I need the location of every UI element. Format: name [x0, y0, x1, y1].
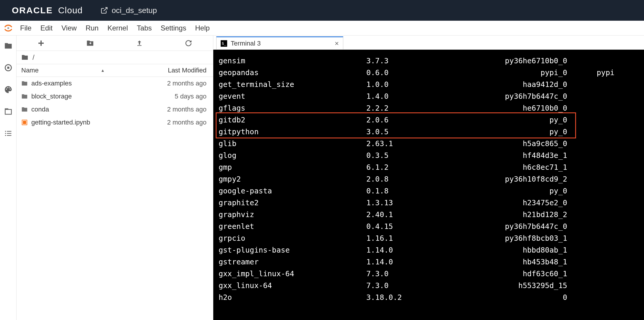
package-channel	[567, 90, 614, 102]
package-build: py_0	[428, 126, 567, 138]
package-channel	[567, 79, 614, 90]
running-icon[interactable]	[4, 63, 13, 72]
package-channel	[567, 114, 614, 126]
menu-kernel[interactable]: Kernel	[108, 24, 128, 32]
package-version: 6.1.2	[366, 161, 428, 173]
terminal-line: grpcio1.16.1py36hf8bcb03_1	[219, 232, 639, 244]
terminal-line: geopandas0.6.0pypi_0pypi	[219, 67, 639, 79]
file-modified: 2 months ago	[139, 106, 213, 113]
package-version: 1.16.1	[366, 232, 428, 244]
menu-run[interactable]: Run	[86, 24, 99, 32]
column-name-label: Name	[21, 67, 39, 74]
package-channel	[567, 292, 614, 303]
package-build: h5a9c865_0	[428, 138, 567, 150]
file-name: conda	[28, 106, 139, 113]
project-name: oci_ds_setup	[112, 6, 157, 15]
package-channel	[567, 256, 614, 268]
file-rows: ads-examples2 months agoblock_storage5 d…	[17, 77, 213, 129]
tab-bar: $_ Terminal 3 ×	[213, 35, 644, 50]
file-row[interactable]: block_storage5 days ago	[17, 90, 213, 103]
menu-edit[interactable]: Edit	[40, 24, 53, 32]
package-build: py36he6710b0_0	[428, 55, 567, 67]
package-version: 2.0.6	[366, 114, 428, 126]
new-launcher-button[interactable]	[37, 39, 45, 48]
package-build: py36hf8bcb03_1	[428, 232, 567, 244]
package-channel	[567, 244, 614, 256]
menu-help[interactable]: Help	[195, 24, 209, 32]
package-version: 3.0.5	[366, 126, 428, 138]
file-name: block_storage	[28, 93, 139, 100]
terminal-line: gevent1.4.0py36h7b6447c_0	[219, 90, 639, 102]
package-build: pypi_0	[428, 67, 567, 79]
package-name: grpcio	[219, 232, 366, 244]
package-build: py36h10f8cd9_2	[428, 173, 567, 185]
refresh-button[interactable]	[184, 39, 193, 48]
terminal-line: gmp6.1.2h6c8ec71_1	[219, 161, 639, 173]
package-name: gitpython	[219, 126, 366, 138]
package-version: 1.14.0	[366, 256, 428, 268]
package-version: 1.4.0	[366, 90, 428, 102]
project-link[interactable]: oci_ds_setup	[100, 6, 157, 15]
terminal-line: gxx_impl_linux-647.3.0hdf63c60_1	[219, 268, 639, 280]
activity-bar	[0, 35, 17, 320]
file-row[interactable]: ads-examples2 months ago	[17, 77, 213, 90]
breadcrumb-root: /	[32, 53, 35, 62]
package-build: h23475e2_0	[428, 197, 567, 209]
breadcrumb[interactable]: /	[17, 51, 213, 64]
menu-tabs[interactable]: Tabs	[137, 24, 152, 32]
package-name: gmp	[219, 161, 366, 173]
terminal-line: glog0.3.5hf484d3e_1	[219, 150, 639, 161]
svg-point-7	[5, 133, 6, 134]
jupyter-menubar: FileEditViewRunKernelTabsSettingsHelp	[0, 21, 644, 35]
package-version: 0.1.8	[366, 185, 428, 197]
svg-rect-10	[7, 135, 11, 136]
file-row[interactable]: conda2 months ago	[17, 103, 213, 116]
work-area: $_ Terminal 3 × gensim3.7.3py36he6710b0_…	[213, 35, 644, 320]
tabs-icon[interactable]	[4, 107, 13, 116]
package-build: he6710b0_0	[428, 102, 567, 114]
package-channel	[567, 197, 614, 209]
package-version: 0.4.15	[366, 221, 428, 232]
package-channel	[567, 209, 614, 221]
menu-settings[interactable]: Settings	[161, 24, 186, 32]
package-name: gmpy2	[219, 173, 366, 185]
package-channel	[567, 102, 614, 114]
package-version: 3.7.3	[366, 55, 428, 67]
folder-icon	[17, 93, 28, 100]
palette-icon[interactable]	[4, 85, 13, 94]
package-channel	[567, 161, 614, 173]
package-build: hdf63c60_1	[428, 268, 567, 280]
svg-rect-15	[137, 45, 142, 46]
cloud-header: ORACLE Cloud oci_ds_setup	[0, 0, 644, 21]
file-modified: 5 days ago	[139, 93, 213, 100]
file-row[interactable]: getting-started.ipynb2 months ago	[17, 116, 213, 129]
file-name: ads-examples	[28, 80, 139, 87]
file-modified: 2 months ago	[139, 80, 213, 87]
package-name: gxx_linux-64	[219, 280, 366, 292]
list-icon[interactable]	[4, 129, 13, 138]
jupyter-logo[interactable]	[0, 23, 17, 33]
package-name: gevent	[219, 90, 366, 102]
terminal-output[interactable]: gensim3.7.3py36he6710b0_0geopandas0.6.0p…	[213, 50, 644, 320]
package-name: gstreamer	[219, 256, 366, 268]
package-name: gst-plugins-base	[219, 244, 366, 256]
folder-icon[interactable]	[4, 41, 13, 50]
package-channel	[567, 55, 614, 67]
tab-terminal[interactable]: $_ Terminal 3 ×	[216, 36, 343, 49]
terminal-line: gflags2.2.2he6710b0_0	[219, 102, 639, 114]
upload-button[interactable]	[135, 39, 144, 48]
new-folder-button[interactable]	[86, 39, 95, 48]
svg-rect-17	[23, 121, 26, 124]
package-build: py_0	[428, 185, 567, 197]
terminal-line: gitpython3.0.5py_0	[219, 126, 639, 138]
package-build: hbbd80ab_1	[428, 244, 567, 256]
file-list-header[interactable]: Name ▲ Last Modified	[17, 64, 213, 77]
menu-view[interactable]: View	[61, 24, 77, 32]
close-icon[interactable]: ×	[335, 39, 339, 48]
terminal-line: gensim3.7.3py36he6710b0_0	[219, 55, 639, 67]
menu-file[interactable]: File	[20, 24, 32, 32]
terminal-line: gmpy22.0.8py36h10f8cd9_2	[219, 173, 639, 185]
terminal-line: glib2.63.1h5a9c865_0	[219, 138, 639, 150]
package-channel	[567, 173, 614, 185]
package-version: 2.2.2	[366, 102, 428, 114]
